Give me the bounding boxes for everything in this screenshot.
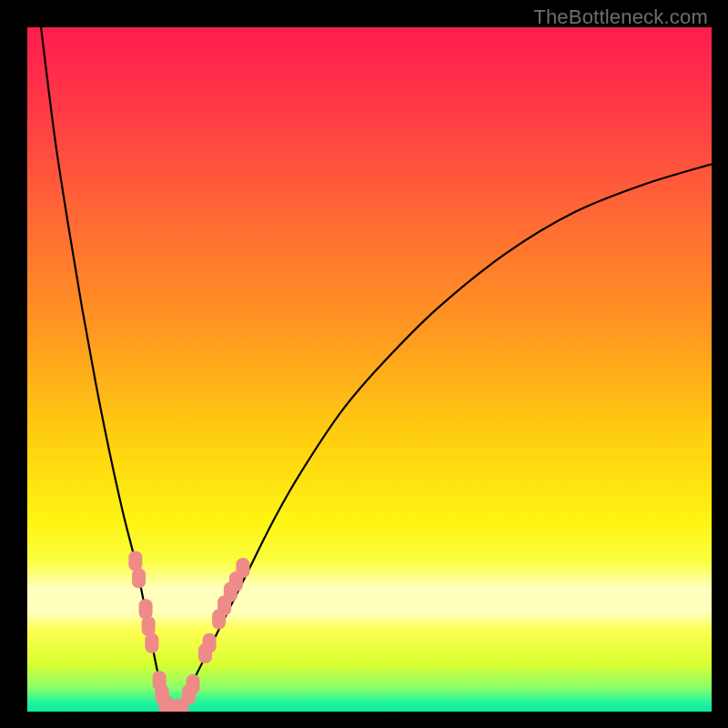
marker-dot bbox=[139, 599, 153, 619]
watermark-text: TheBottleneck.com bbox=[533, 5, 708, 29]
marker-dot bbox=[145, 633, 158, 653]
marker-dot bbox=[128, 551, 142, 571]
highlight-dots bbox=[128, 551, 249, 712]
marker-dot bbox=[236, 558, 249, 578]
plot-area bbox=[27, 27, 712, 712]
chart-frame: TheBottleneck.com bbox=[0, 0, 728, 728]
curve-layer bbox=[27, 27, 712, 712]
marker-dot bbox=[203, 633, 217, 653]
marker-dot bbox=[132, 568, 146, 588]
marker-dot bbox=[186, 674, 199, 694]
marker-dot bbox=[142, 616, 156, 636]
